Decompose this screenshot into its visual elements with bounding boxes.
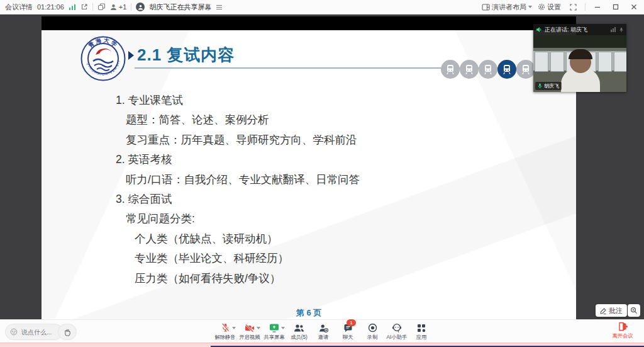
ai-assistant-button[interactable]: AI小助手 <box>385 322 409 341</box>
sharing-status-text: 胡庆飞正在共享屏幕 <box>149 3 211 12</box>
chevron-down-icon <box>528 6 532 8</box>
smiley-icon <box>10 328 18 336</box>
quick-chat-pill[interactable] <box>5 324 63 340</box>
speaker-volume-icon <box>536 26 542 33</box>
speaking-label: 正在讲话: 胡庆飞 <box>545 26 587 34</box>
share-screen-button[interactable]: 共享屏幕 <box>262 322 286 341</box>
maximize-button[interactable] <box>609 1 622 13</box>
members-icon <box>294 324 304 333</box>
speaker-video-overlay[interactable]: 正在讲话: 胡庆飞 胡庆飞 <box>533 24 626 92</box>
record-button[interactable]: 录制 <box>360 322 384 341</box>
slide-title: 2.1 复试内容 <box>137 44 235 66</box>
shared-slide: 青 海 大 学 Q I N G H A I U N I V E R S I T … <box>42 30 576 319</box>
video-pin-icon[interactable] <box>619 27 624 32</box>
train-icon-active <box>497 60 516 79</box>
apps-grid-icon <box>417 324 426 333</box>
participants-count: +1 <box>119 3 127 11</box>
chevron-down-icon[interactable] <box>232 327 236 329</box>
slide-line: 复习重点：历年真题、导师研究方向、学科前沿 <box>116 130 360 150</box>
record-icon <box>368 323 377 333</box>
slide-line: 压力类（如何看待失败/争议） <box>116 269 360 288</box>
invite-button[interactable]: 邀请 <box>311 322 335 341</box>
start-video-button[interactable]: 开启视频 <box>238 322 262 341</box>
train-progress-icons <box>441 60 535 79</box>
share-screen-icon <box>269 323 279 333</box>
leave-meeting-icon <box>618 322 628 331</box>
title-chevron-icon <box>128 51 134 60</box>
slide-line: 1. 专业课笔试 <box>116 91 360 110</box>
slide-line: 常见问题分类: <box>116 209 360 229</box>
qinghai-university-logo: 青 海 大 学 Q I N G H A I U N I V E R S I T … <box>80 36 126 81</box>
slide-line: 题型：简答、论述、案例分析 <box>116 110 360 130</box>
settings-label: 设置 <box>547 3 561 12</box>
record-label: 录制 <box>367 334 378 341</box>
mic-muted-icon <box>221 322 230 333</box>
fullscreen-button[interactable] <box>567 1 579 13</box>
chat-unread-badge: 1 <box>347 319 356 326</box>
video-feed: 胡庆飞 <box>533 35 626 92</box>
chevron-down-icon[interactable] <box>281 327 285 329</box>
chat-input[interactable] <box>20 328 55 336</box>
minimize-button[interactable] <box>591 1 604 13</box>
video-name-tag: 胡庆飞 <box>535 82 562 90</box>
magnifier-icon <box>630 307 638 314</box>
slide-line: 听力/口语：自我介绍、专业文献翻译、日常问答 <box>116 170 360 190</box>
train-icon <box>516 60 535 79</box>
chat-button[interactable]: 1 聊天 <box>336 322 360 341</box>
pen-icon <box>600 307 607 314</box>
close-button[interactable] <box>628 1 640 13</box>
slide-line: 3. 综合面试 <box>116 190 360 209</box>
mic-icon <box>538 83 542 89</box>
apps-label: 应用 <box>416 334 427 341</box>
windows-switch-icon[interactable] <box>97 3 106 11</box>
share-screen-label: 共享屏幕 <box>264 334 284 341</box>
fist-reaction-icon <box>64 328 72 336</box>
members-button[interactable]: 成员(5) <box>287 322 311 341</box>
leave-meeting-label: 离开会议 <box>612 333 633 340</box>
start-video-label: 开启视频 <box>239 334 260 341</box>
slide-line: 2. 英语考核 <box>116 150 360 169</box>
annotate-label: 批注 <box>609 306 623 316</box>
train-icon <box>441 60 460 79</box>
participants-indicator[interactable]: +1 <box>110 3 127 11</box>
train-icon <box>460 60 479 79</box>
slide-line: 专业类（毕业论文、科研经历） <box>116 249 360 268</box>
settings-button[interactable]: 设置 <box>538 3 561 12</box>
train-icon <box>479 60 497 79</box>
reaction-button[interactable] <box>58 324 77 340</box>
magnifier-button[interactable] <box>628 304 640 317</box>
chat-label: 聊天 <box>343 334 353 341</box>
meeting-details-button[interactable]: 会议详情 <box>5 3 33 12</box>
apps-button[interactable]: 应用 <box>409 322 433 341</box>
speaker-name: 胡庆飞 <box>544 82 559 89</box>
ai-assistant-icon <box>392 323 402 333</box>
layout-button-label: 演讲者布局 <box>492 3 526 12</box>
ai-assistant-label: AI小助手 <box>387 334 408 341</box>
slide-line: 个人类（优缺点、读研动机） <box>116 229 360 249</box>
meeting-control-bar: 解除静音 开启视频 共享屏幕 成员(5) 邀请 <box>0 319 644 343</box>
meeting-timer: 01:21:06 <box>37 3 64 11</box>
unmute-button[interactable]: 解除静音 <box>213 322 237 341</box>
leave-meeting-button[interactable]: 离开会议 <box>611 322 634 340</box>
share-menu-icon[interactable] <box>216 4 223 10</box>
invite-label: 邀请 <box>318 334 329 341</box>
layout-switch-button[interactable]: 演讲者布局 <box>482 3 532 12</box>
video-signal-icon <box>611 27 616 32</box>
invite-icon <box>319 324 328 333</box>
members-label: 成员(5) <box>291 334 308 341</box>
video-header: 正在讲话: 胡庆飞 <box>533 24 626 35</box>
popout-icon[interactable] <box>80 3 88 11</box>
presentation-top-black-bar <box>42 16 576 30</box>
camera-off-icon <box>245 324 255 333</box>
unmute-label: 解除静音 <box>214 334 235 341</box>
annotate-button[interactable]: 批注 <box>596 304 627 317</box>
network-signal-icon[interactable] <box>69 4 76 11</box>
control-tools: 解除静音 开启视频 共享屏幕 成员(5) 邀请 <box>213 322 434 341</box>
slide-page-number: 第 6 页 <box>42 307 576 319</box>
chevron-down-icon[interactable] <box>257 327 260 329</box>
slide-body: 1. 专业课笔试 题型：简答、论述、案例分析 复习重点：历年真题、导师研究方向、… <box>116 91 360 288</box>
meeting-top-bar: 会议详情 01:21:06 +1 胡庆飞正在共享屏幕 演讲者布局 <box>0 0 644 14</box>
sharer-avatar <box>136 3 145 11</box>
